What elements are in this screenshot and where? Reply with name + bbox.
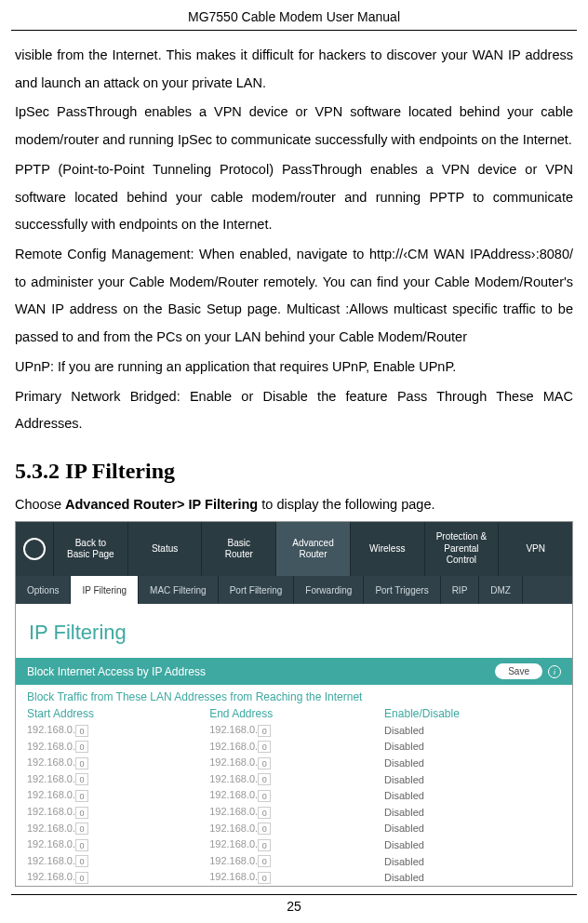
ip-octet-input[interactable]: 0 [75,839,88,851]
table-row: 192.168.0.0192.168.0.0Disabled [16,853,572,870]
ip-octet-input[interactable]: 0 [258,725,271,737]
table-row: 192.168.0.0192.168.0.0Disabled [16,836,572,853]
primary-tabbar: Back to Basic Page Status Basic Router A… [16,522,572,576]
enable-disable-cell[interactable]: Disabled [373,836,572,853]
document-content: visible from the Internet. This makes it… [0,31,588,887]
ip-octet-input[interactable]: 0 [75,790,88,802]
enable-disable-cell[interactable]: Disabled [373,821,572,837]
tab-advanced-router[interactable]: Advanced Router [275,522,350,576]
tab-wireless[interactable]: Wireless [350,522,424,576]
ip-octet-input[interactable]: 0 [75,725,88,737]
table-row: 192.168.0.0192.168.0.0Disabled [16,722,572,739]
enable-disable-cell[interactable]: Disabled [373,853,572,870]
subtab-forwarding[interactable]: Forwarding [294,576,364,604]
start-address-cell: 192.168.0.0 [16,869,198,886]
block-title-bar: Block Internet Access by IP Address Save… [16,658,572,685]
start-address-cell: 192.168.0.0 [16,722,198,739]
ip-prefix: 192.168.0. [27,756,75,768]
ip-octet-input[interactable]: 0 [258,741,271,753]
enable-disable-cell[interactable]: Disabled [373,771,572,788]
ip-prefix: 192.168.0. [27,871,75,882]
ip-prefix: 192.168.0. [209,855,258,866]
ip-prefix: 192.168.0. [27,855,75,866]
end-address-cell: 192.168.0.0 [198,804,373,821]
enable-disable-cell[interactable]: Disabled [373,787,572,804]
subtab-dmz[interactable]: DMZ [479,576,523,604]
paragraph: visible from the Internet. This makes it… [15,42,573,97]
tab-status[interactable]: Status [127,522,202,576]
ip-octet-input[interactable]: 0 [75,823,88,835]
end-address-cell: 192.168.0.0 [198,722,373,739]
ip-octet-input[interactable]: 0 [258,757,271,769]
ip-octet-input[interactable]: 0 [258,855,271,867]
ip-octet-input[interactable]: 0 [75,872,88,884]
subtab-rip[interactable]: RIP [441,576,480,604]
ip-octet-input[interactable]: 0 [258,790,271,802]
tab-basic-router[interactable]: Basic Router [201,522,275,576]
enable-disable-cell[interactable]: Disabled [373,722,572,739]
ip-octet-input[interactable]: 0 [258,823,271,835]
end-address-cell: 192.168.0.0 [198,755,373,771]
subtab-port-filtering[interactable]: Port Filtering [219,576,295,604]
subtab-ip-filtering[interactable]: IP Filtering [71,576,139,604]
instruction-bold: Advanced Router> IP Filtering [65,497,258,512]
save-button[interactable]: Save [495,663,542,679]
start-address-cell: 192.168.0.0 [16,836,198,853]
end-address-cell: 192.168.0.0 [198,739,373,756]
start-address-cell: 192.168.0.0 [16,821,198,837]
enable-disable-cell[interactable]: Disabled [373,739,572,756]
instruction-line: Choose Advanced Router> IP Filtering to … [15,497,573,512]
paragraph: UPnP: If you are running an application … [15,354,573,381]
enable-disable-cell[interactable]: Disabled [373,755,572,771]
start-address-cell: 192.168.0.0 [16,739,198,756]
ip-prefix: 192.168.0. [27,789,75,800]
instruction-pre: Choose [15,497,65,512]
col-enable-disable: Enable/Disable [373,705,572,722]
ip-prefix: 192.168.0. [27,838,75,849]
enable-disable-cell[interactable]: Disabled [373,869,572,886]
start-address-cell: 192.168.0.0 [16,804,198,821]
ip-octet-input[interactable]: 0 [75,741,88,753]
end-address-cell: 192.168.0.0 [198,836,373,853]
subtab-options[interactable]: Options [16,576,71,604]
tab-back-to-basic[interactable]: Back to Basic Page [53,522,127,576]
start-address-cell: 192.168.0.0 [16,755,198,771]
block-subtitle: Block Traffic from These LAN Addresses f… [16,685,572,705]
paragraph: Primary Network Bridged: Enable or Disab… [15,383,573,438]
table-row: 192.168.0.0192.168.0.0Disabled [16,821,572,837]
ip-prefix: 192.168.0. [27,806,75,817]
ip-prefix: 192.168.0. [27,741,75,752]
ip-octet-input[interactable]: 0 [75,855,88,867]
col-start-address: Start Address [16,705,198,722]
tab-protection-parental[interactable]: Protection & Parental Control [424,522,499,576]
motorola-logo-cell [16,522,53,576]
enable-disable-cell[interactable]: Disabled [373,804,572,821]
ip-octet-input[interactable]: 0 [75,757,88,769]
instruction-post: to display the following page. [258,497,434,512]
ip-prefix: 192.168.0. [209,838,258,849]
router-admin-screenshot: Back to Basic Page Status Basic Router A… [15,521,573,887]
table-row: 192.168.0.0192.168.0.0Disabled [16,804,572,821]
subtab-mac-filtering[interactable]: MAC Filtering [139,576,219,604]
end-address-cell: 192.168.0.0 [198,821,373,837]
end-address-cell: 192.168.0.0 [198,787,373,804]
ip-octet-input[interactable]: 0 [258,839,271,851]
ip-octet-input[interactable]: 0 [258,773,271,785]
ip-octet-input[interactable]: 0 [258,872,271,884]
page-number: 25 [11,894,577,914]
subtab-port-triggers[interactable]: Port Triggers [364,576,440,604]
table-row: 192.168.0.0192.168.0.0Disabled [16,739,572,756]
motorola-logo-icon [23,538,46,560]
info-icon[interactable]: i [548,665,561,678]
ip-octet-input[interactable]: 0 [75,807,88,819]
col-end-address: End Address [198,705,373,722]
table-row: 192.168.0.0192.168.0.0Disabled [16,787,572,804]
ip-filter-table: Start Address End Address Enable/Disable… [16,705,572,886]
end-address-cell: 192.168.0.0 [198,869,373,886]
ip-prefix: 192.168.0. [209,724,258,735]
tab-vpn[interactable]: VPN [498,522,572,576]
end-address-cell: 192.168.0.0 [198,771,373,788]
ip-prefix: 192.168.0. [27,823,75,834]
ip-octet-input[interactable]: 0 [75,773,88,785]
ip-octet-input[interactable]: 0 [258,807,271,819]
